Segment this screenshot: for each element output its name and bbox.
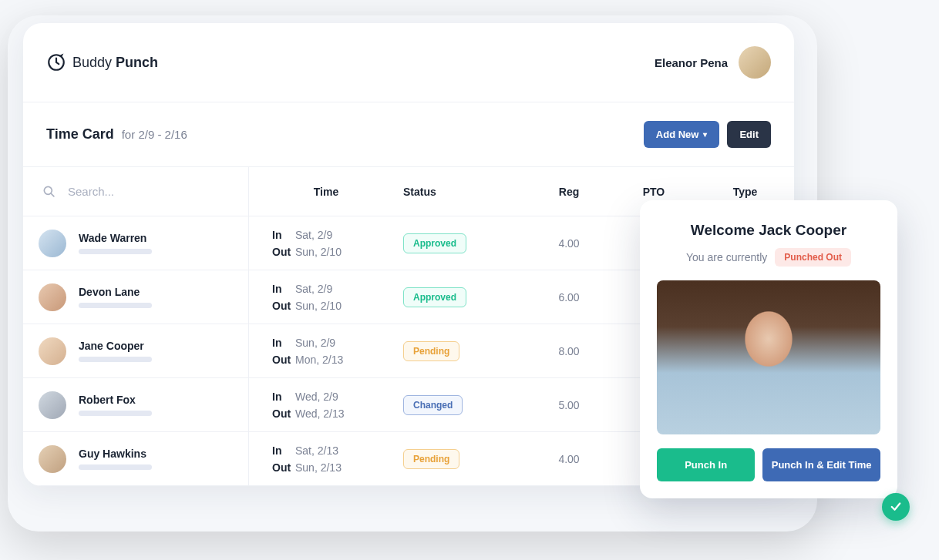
person-name: Devon Lane bbox=[79, 286, 152, 298]
reg-value: 4.00 bbox=[527, 453, 611, 465]
person-name: Wade Warren bbox=[79, 232, 152, 244]
avatar bbox=[39, 230, 66, 257]
col-status: Status bbox=[403, 186, 527, 198]
title-bar: Time Card for 2/9 - 2/16 Add New ▾ Edit bbox=[23, 102, 794, 167]
list-item[interactable]: Devon Lane bbox=[23, 270, 248, 324]
list-item[interactable]: Robert Fox bbox=[23, 378, 248, 432]
logo-text: Buddy Punch bbox=[72, 55, 158, 71]
col-type: Type bbox=[696, 186, 794, 198]
punch-in-edit-button[interactable]: Punch In & Edit Time bbox=[762, 448, 880, 481]
check-icon bbox=[882, 493, 910, 521]
progress-bar bbox=[79, 411, 152, 416]
list-item[interactable]: Guy Hawkins bbox=[23, 432, 248, 486]
status-badge: Approved bbox=[403, 287, 466, 307]
person-name: Guy Hawkins bbox=[79, 448, 152, 460]
search-icon bbox=[42, 184, 57, 200]
person-name: Robert Fox bbox=[79, 394, 152, 406]
avatar[interactable] bbox=[739, 46, 771, 79]
page-title: Time Card bbox=[46, 126, 114, 143]
welcome-subtext: You are currently bbox=[686, 251, 767, 263]
user-photo bbox=[657, 280, 880, 434]
people-sidebar: Wade Warren Devon Lane Jane Cooper bbox=[23, 167, 249, 486]
app-header: Buddy Punch Eleanor Pena bbox=[23, 46, 794, 102]
reg-value: 4.00 bbox=[527, 237, 611, 250]
status-badge: Changed bbox=[403, 395, 463, 415]
status-badge: Approved bbox=[403, 233, 466, 253]
user-name: Eleanor Pena bbox=[655, 56, 728, 69]
avatar bbox=[39, 283, 66, 311]
progress-bar bbox=[79, 357, 152, 362]
clock-icon bbox=[46, 52, 66, 72]
welcome-card: Welcome Jack Cooper You are currently Pu… bbox=[640, 200, 897, 498]
edit-button[interactable]: Edit bbox=[727, 121, 771, 148]
user-menu[interactable]: Eleanor Pena bbox=[655, 46, 771, 79]
punch-in-button[interactable]: Punch In bbox=[657, 448, 755, 481]
avatar bbox=[39, 445, 66, 473]
add-new-button[interactable]: Add New ▾ bbox=[644, 121, 720, 148]
list-item[interactable]: Wade Warren bbox=[23, 216, 248, 270]
avatar bbox=[39, 391, 66, 419]
col-reg: Reg bbox=[527, 186, 611, 198]
person-name: Jane Cooper bbox=[79, 340, 152, 352]
progress-bar bbox=[79, 464, 152, 470]
progress-bar bbox=[79, 303, 152, 308]
chevron-down-icon: ▾ bbox=[703, 130, 707, 139]
logo: Buddy Punch bbox=[46, 52, 158, 72]
status-badge: Pending bbox=[403, 449, 459, 469]
col-time: Time bbox=[249, 186, 403, 198]
list-item[interactable]: Jane Cooper bbox=[23, 324, 248, 378]
page-range: for 2/9 - 2/16 bbox=[122, 128, 187, 141]
reg-value: 5.00 bbox=[527, 399, 611, 411]
status-badge: Pending bbox=[403, 341, 459, 361]
welcome-title: Welcome Jack Cooper bbox=[657, 222, 880, 239]
punch-status-badge: Punched Out bbox=[775, 248, 851, 267]
reg-value: 6.00 bbox=[527, 291, 611, 303]
col-pto: PTO bbox=[611, 186, 696, 198]
svg-point-1 bbox=[44, 186, 52, 194]
reg-value: 8.00 bbox=[527, 345, 611, 357]
progress-bar bbox=[79, 249, 152, 254]
search-input[interactable] bbox=[68, 185, 191, 198]
avatar bbox=[39, 337, 66, 365]
